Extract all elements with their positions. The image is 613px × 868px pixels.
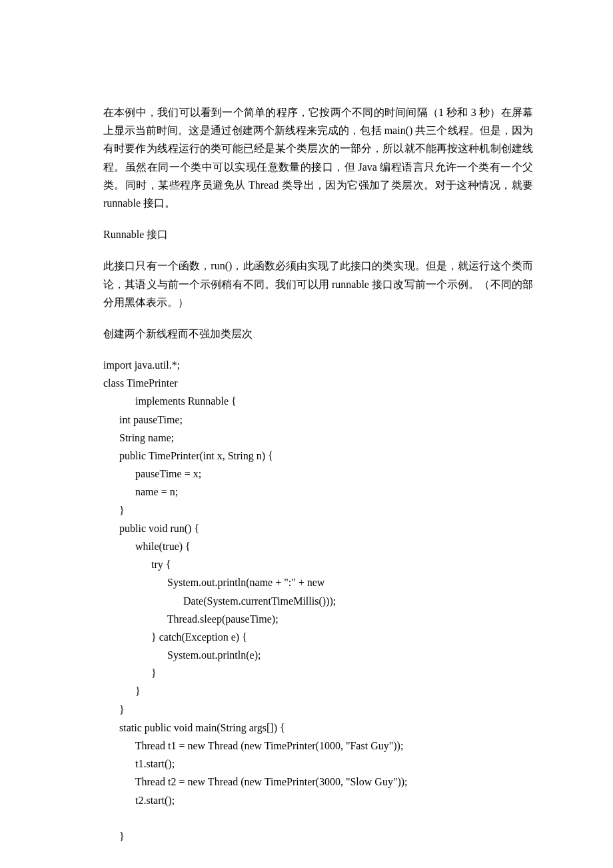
paragraph-runnable-desc: 此接口只有一个函数，run()，此函数必须由实现了此接口的类实现。但是，就运行这… — [103, 257, 533, 311]
section-title-runnable: Runnable 接口 — [103, 225, 533, 243]
paragraph-create-threads: 创建两个新线程而不强加类层次 — [103, 325, 533, 343]
paragraph-intro: 在本例中，我们可以看到一个简单的程序，它按两个不同的时间间隔（1 秒和 3 秒）… — [103, 103, 533, 212]
code-block: import java.util.*; class TimePrinter im… — [103, 356, 533, 845]
